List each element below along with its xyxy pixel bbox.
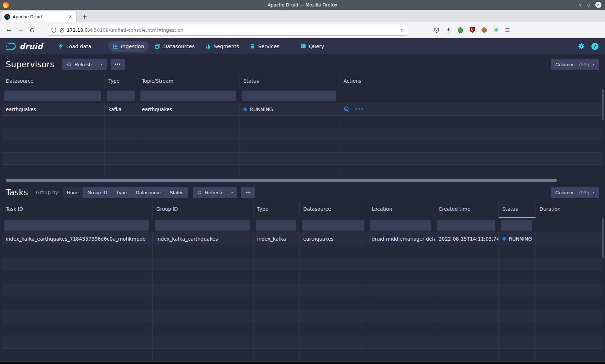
group-by-status-button[interactable]: Status (165, 187, 188, 198)
filter-location-input[interactable] (370, 220, 431, 231)
more-icon[interactable]: ••• (355, 107, 364, 112)
tracking-shield-icon[interactable] (51, 27, 57, 33)
menu-icon[interactable]: ☰ (505, 27, 510, 33)
filter-topic-stream-input[interactable] (140, 90, 236, 101)
nav-ingestion[interactable]: Ingestion (108, 41, 149, 52)
col-header-type[interactable]: Type (254, 202, 300, 218)
new-tab-button[interactable]: + (82, 13, 87, 20)
tab-close-icon[interactable]: ✕ (67, 14, 73, 20)
cell-status[interactable]: RUNNING (240, 103, 340, 115)
cell-type[interactable]: index_kafka (254, 232, 300, 245)
tasks-table: Task ID Group ID Type Datasource Locatio… (0, 202, 605, 362)
filter-status-input[interactable] (501, 220, 532, 231)
downloads-icon[interactable] (446, 27, 452, 33)
tasks-refresh-dropdown[interactable]: ▼ (227, 187, 238, 198)
filter-datasource-input[interactable] (302, 220, 364, 231)
empty-table-row (2, 245, 603, 258)
col-header-datasource[interactable]: Datasource (300, 202, 368, 218)
firefox-window: Apache Druid — Mozilla Firefox ∨ ◇ ✕ Apa… (0, 0, 605, 364)
bookmark-star-icon[interactable]: ☆ (400, 27, 404, 33)
filter-group-id-input[interactable] (155, 220, 250, 231)
segments-icon (206, 44, 211, 49)
filter-created-time-input[interactable] (437, 220, 495, 231)
filter-type-input[interactable] (107, 90, 135, 101)
url-bar[interactable]: 172.18.0.4:30109/unified-console.html#in… (48, 25, 408, 36)
datasources-icon (155, 44, 160, 49)
druid-logo[interactable]: druid (5, 42, 43, 51)
cell-datasource[interactable]: earthquakes (2, 103, 105, 115)
cell-duration[interactable] (536, 232, 603, 245)
nav-services[interactable]: Services (245, 41, 284, 52)
tasks-refresh-button[interactable]: Refresh (193, 187, 226, 198)
cell-type[interactable]: kafka (105, 103, 138, 115)
tasks-columns-button[interactable]: Columns(9/9)▼ (551, 187, 599, 198)
col-header-group-id[interactable]: Group ID (153, 202, 254, 218)
columns-label: Columns (555, 62, 574, 67)
cell-topic-stream[interactable]: earthquakes (138, 103, 240, 115)
vertical-scrollbar[interactable] (602, 89, 604, 120)
druid-console-main: Supervisors Refresh ▼ ••• Columns(5/5)▼ … (0, 54, 605, 362)
col-header-task-id[interactable]: Task ID (2, 202, 153, 218)
group-by-type-button[interactable]: Type (112, 187, 131, 198)
window-titlebar: Apache Druid — Mozilla Firefox ∨ ◇ ✕ (0, 0, 605, 10)
supervisors-table-header: Datasource Type Topic/Stream Status Acti… (2, 74, 603, 88)
horizontal-scrollbar[interactable] (6, 179, 557, 182)
empty-table-row (2, 116, 603, 128)
supervisors-refresh-dropdown[interactable]: ▼ (96, 59, 107, 70)
col-header-status-sorted[interactable]: Status (499, 202, 536, 218)
cell-status[interactable]: RUNNING (499, 232, 536, 245)
vertical-scrollbar[interactable] (602, 218, 604, 258)
filter-task-id-input[interactable] (4, 220, 149, 231)
gear-icon[interactable] (578, 43, 585, 50)
empty-table-row (2, 336, 603, 349)
status-dot (243, 108, 247, 111)
druid-logo-icon (5, 42, 17, 51)
magnifier-icon[interactable] (344, 106, 350, 112)
col-header-created-time[interactable]: Created time (435, 202, 499, 218)
privacy-extension-icon[interactable] (458, 27, 463, 33)
insecure-lock-icon[interactable] (59, 27, 64, 33)
nav-segments-label: Segments (214, 44, 239, 49)
cell-group-id[interactable]: index_kafka_earthquakes (153, 232, 254, 245)
supervisors-more-button[interactable]: ••• (111, 59, 125, 70)
col-header-duration[interactable]: Duration (536, 202, 603, 218)
col-header-topic-stream[interactable]: Topic/Stream (138, 74, 240, 88)
group-by-datasource-button[interactable]: Datasource (131, 187, 165, 198)
nav-segments[interactable]: Segments (201, 41, 244, 52)
nav-load-data[interactable]: Load data (53, 41, 96, 52)
url-text[interactable]: 172.18.0.4:30109/unified-console.html#in… (67, 27, 398, 33)
cell-location[interactable]: druid-middlemanager-defaul... (368, 232, 435, 245)
tasks-more-button[interactable]: ••• (241, 187, 255, 198)
account-shield-icon[interactable] (434, 27, 440, 33)
col-header-location[interactable]: Location (368, 202, 435, 218)
task-row-index-kafka[interactable]: index_kafka_earthquakes_7184357396d6c0a_… (2, 232, 603, 245)
col-header-status[interactable]: Status (240, 74, 340, 88)
maximize-icon[interactable]: ◇ (587, 3, 590, 7)
help-icon[interactable]: ? (591, 43, 599, 50)
pinwheel-extension-icon[interactable]: ✱ (493, 27, 499, 33)
ublock-icon[interactable]: U (470, 27, 475, 33)
nav-query[interactable]: Query (296, 41, 329, 52)
reload-button[interactable] (29, 27, 35, 33)
filter-datasource-input[interactable] (4, 90, 101, 101)
filter-status-input[interactable] (242, 90, 336, 101)
col-header-type[interactable]: Type (105, 74, 138, 88)
cell-created-time[interactable]: 2022-08-15T14:11:03.740Z (435, 232, 499, 245)
close-icon[interactable]: ✕ (595, 2, 601, 8)
cookie-extension-icon[interactable] (481, 27, 487, 33)
group-by-group-id-button[interactable]: Group ID (83, 187, 112, 198)
back-button[interactable]: ← (6, 27, 12, 34)
nav-datasources[interactable]: Datasources (150, 41, 199, 52)
forward-button[interactable]: → (18, 27, 23, 34)
group-by-none-button[interactable]: None (63, 187, 83, 198)
supervisors-refresh-button[interactable]: Refresh (62, 59, 96, 70)
cell-datasource[interactable]: earthquakes (300, 232, 368, 245)
filter-type-input[interactable] (256, 220, 296, 231)
supervisor-row-earthquakes[interactable]: earthquakes kafka earthquakes RUNNING ••… (2, 103, 603, 116)
supervisors-columns-button[interactable]: Columns(5/5)▼ (551, 59, 599, 70)
cell-task-id[interactable]: index_kafka_earthquakes_7184357396d6c0a_… (2, 232, 153, 245)
minimize-icon[interactable]: ∨ (579, 3, 582, 7)
empty-table-row (2, 284, 603, 297)
tab-apache-druid[interactable]: Apache Druid ✕ (1, 11, 76, 22)
col-header-datasource[interactable]: Datasource (2, 74, 105, 88)
